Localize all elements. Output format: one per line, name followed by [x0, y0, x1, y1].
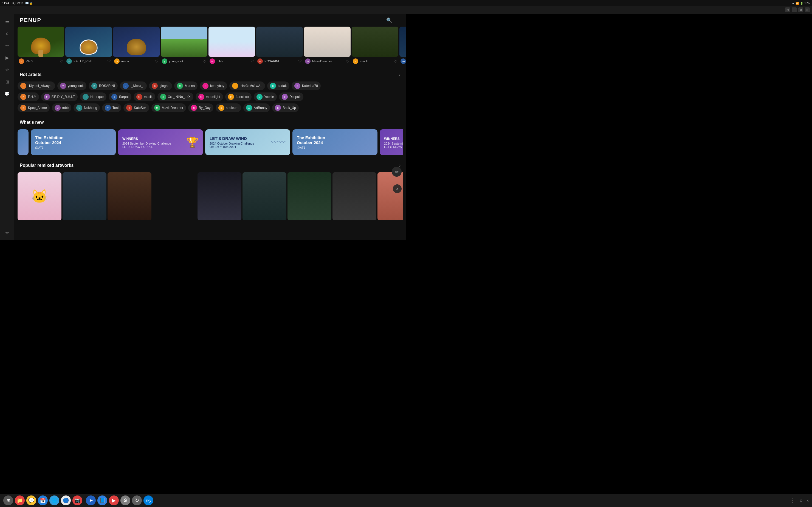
artist-chip[interactable]: KKateSok: [123, 103, 149, 112]
news-card-exhibition-3[interactable]: The ExhibitionOctober 2024 @AT1: [292, 129, 378, 155]
like-button[interactable]: ♡: [107, 59, 111, 63]
artist-chip[interactable]: --_Moka_-: [120, 81, 147, 90]
popular-item[interactable]: [153, 172, 196, 220]
artist-chip[interactable]: AArtBunny: [243, 103, 270, 112]
search-icon[interactable]: 🔍: [386, 17, 392, 23]
popular-section: 🐱: [14, 172, 406, 220]
artwork-item[interactable]: F F.E.D.Y_R.H.I.T ♡: [65, 26, 112, 66]
popular-item[interactable]: [108, 172, 152, 220]
artist-chip[interactable]: XXx-_.NiNa_.-xX: [158, 93, 193, 101]
artist-chip[interactable]: Ggioghe: [149, 81, 172, 90]
status-time: 11:44: [2, 2, 9, 5]
artist-chip-name: kennyboy: [210, 84, 224, 88]
artist-chip-name: ArtBunny: [254, 106, 267, 110]
popular-item[interactable]: [63, 172, 106, 220]
news-card-exhibition-1[interactable]: [17, 129, 28, 155]
artist-chip[interactable]: Mmacik: [133, 93, 155, 101]
popular-item[interactable]: [288, 172, 331, 220]
sidebar-brush-icon[interactable]: ✏: [2, 40, 13, 51]
artist-chip[interactable]: NNokhong: [73, 103, 100, 112]
artist-chip[interactable]: BBack_Up: [272, 103, 299, 112]
news-card-winners-1[interactable]: WINNERS 2024 September Drawing Challenge…: [118, 129, 203, 155]
sidebar-menu-icon[interactable]: ☰: [2, 16, 13, 27]
hot-artists-arrow[interactable]: ›: [399, 72, 401, 77]
artist-chip-name: Kpop_Anime: [28, 106, 47, 110]
artist-chip[interactable]: Mmoonlight: [195, 93, 223, 101]
artists-row-1: --Kiyomi_Always-YyoungsookRROSARINI--_Mo…: [17, 81, 403, 90]
artwork-item[interactable]: m macik ♡: [113, 26, 160, 66]
artist-chip-name: gioghe: [159, 84, 169, 88]
news-card-winners-sub-2: 2024 September Drawing ChallengeLET'S DR…: [384, 142, 403, 149]
popular-item[interactable]: [197, 172, 241, 220]
artists-row-2: PP.H.YFF.E.D.Y_R.H.I.THHenriqueSSarpalMm…: [17, 93, 403, 101]
artists-row-3: KKpop_AnimeMmbbNNokhongTToniKKateSokMMav…: [17, 103, 403, 112]
artist-chip[interactable]: --Kiyomi_Always-: [17, 81, 55, 90]
artwork-item[interactable]: mo moonlight ♡: [399, 26, 406, 66]
scroll-up-button[interactable]: ∧: [393, 184, 402, 193]
artist-chip[interactable]: Yyoungsook: [57, 81, 86, 90]
artist-chip[interactable]: TToni: [102, 103, 121, 112]
news-card-winners-label-2: WINNERS: [384, 137, 400, 141]
artist-chip-name: mbb: [62, 106, 69, 110]
like-button[interactable]: ♡: [394, 59, 397, 63]
edit-fab-button[interactable]: ✏: [392, 167, 402, 177]
like-button[interactable]: ♡: [346, 59, 349, 63]
sidebar-home-icon[interactable]: ⌂: [2, 28, 13, 39]
popular-arrow[interactable]: ›: [399, 163, 401, 168]
artist-chip[interactable]: DDespair: [279, 93, 303, 101]
artist-chip[interactable]: Mmbb: [52, 103, 71, 112]
news-card-winners-2[interactable]: WINNERS 2024 September Drawing Challenge…: [380, 129, 403, 155]
news-card-sub: @AT1: [35, 146, 111, 149]
sidebar-grid-icon[interactable]: ⊞: [2, 76, 13, 87]
artwork-item[interactable]: m mbb ♡: [209, 26, 255, 66]
artist-chip-name: Ry_Guy: [198, 106, 211, 110]
author-name: F.E.D.Y_R.H.I.T: [73, 60, 95, 63]
artist-chip[interactable]: RROSARINI: [89, 81, 118, 90]
artist-chip-name: Nokhong: [84, 106, 97, 110]
app-title: PENUP: [20, 17, 42, 23]
like-button[interactable]: ♡: [60, 59, 63, 63]
artist-chip[interactable]: MMarina: [174, 81, 197, 90]
popular-item[interactable]: [378, 172, 403, 220]
artist-chip[interactable]: FF.E.D.Y_R.H.I.T: [41, 93, 78, 101]
artwork-item[interactable]: m macik ♡: [352, 26, 398, 66]
artist-chip[interactable]: ..Har3eMs1wA.-: [229, 81, 265, 90]
like-button[interactable]: ♡: [298, 59, 302, 63]
artist-chip[interactable]: Sseoleum: [216, 103, 241, 112]
artist-chip-name: moonlight: [206, 95, 220, 99]
sidebar-video-icon[interactable]: ▶: [2, 52, 13, 63]
news-card-exhibition-2[interactable]: The ExhibitionOctober 2024 @AT1: [31, 129, 116, 155]
artist-chip-name: youngsook: [68, 84, 84, 88]
artist-chip[interactable]: RRy_Guy: [188, 103, 213, 112]
like-button[interactable]: ♡: [155, 59, 159, 63]
popular-item[interactable]: 🐱: [17, 172, 61, 220]
more-options-icon[interactable]: ⋮: [396, 17, 401, 23]
like-button[interactable]: ♡: [203, 59, 206, 63]
artist-chip[interactable]: Bbadak: [267, 81, 289, 90]
news-strip: The ExhibitionOctober 2024 @AT1 WINNERS …: [17, 129, 403, 155]
artist-chip[interactable]: Kkennyboy: [200, 81, 227, 90]
popular-item[interactable]: [333, 172, 376, 220]
artist-chip[interactable]: Ffrancisco: [225, 93, 251, 101]
news-card-wind[interactable]: LET'S DRAW WIND 2024 October Drawing Cha…: [205, 129, 290, 155]
like-button[interactable]: ♡: [250, 59, 254, 63]
artist-chip-name: Sarpal: [119, 95, 129, 99]
artwork-item[interactable]: y youngsook ♡: [161, 26, 208, 66]
artist-chip[interactable]: KKaterina78: [292, 81, 321, 90]
artist-chip[interactable]: KKpop_Anime: [17, 103, 50, 112]
artist-chip[interactable]: YYoonie: [254, 93, 277, 101]
popular-item[interactable]: [242, 172, 286, 220]
sidebar-chat-icon[interactable]: 💬: [2, 88, 13, 99]
artist-chip[interactable]: SSarpal: [109, 93, 131, 101]
artwork-item[interactable]: R ROSARINI ♡: [256, 26, 303, 66]
sidebar-pen-icon[interactable]: ✏: [2, 227, 13, 238]
artwork-item[interactable]: M MavieDreamer ♡: [304, 26, 351, 66]
artist-chip[interactable]: MMavieDreamer: [152, 103, 186, 112]
artwork-item[interactable]: P P.H.Y ♡: [17, 26, 64, 66]
artist-chip-name: francisco: [236, 95, 249, 99]
artist-chip-name: Despair: [289, 95, 301, 99]
artist-chip[interactable]: PP.H.Y: [17, 93, 39, 101]
author-avatar: m: [353, 58, 358, 64]
artist-chip[interactable]: HHenrique: [80, 93, 106, 101]
sidebar-star-icon[interactable]: ☆: [2, 64, 13, 75]
